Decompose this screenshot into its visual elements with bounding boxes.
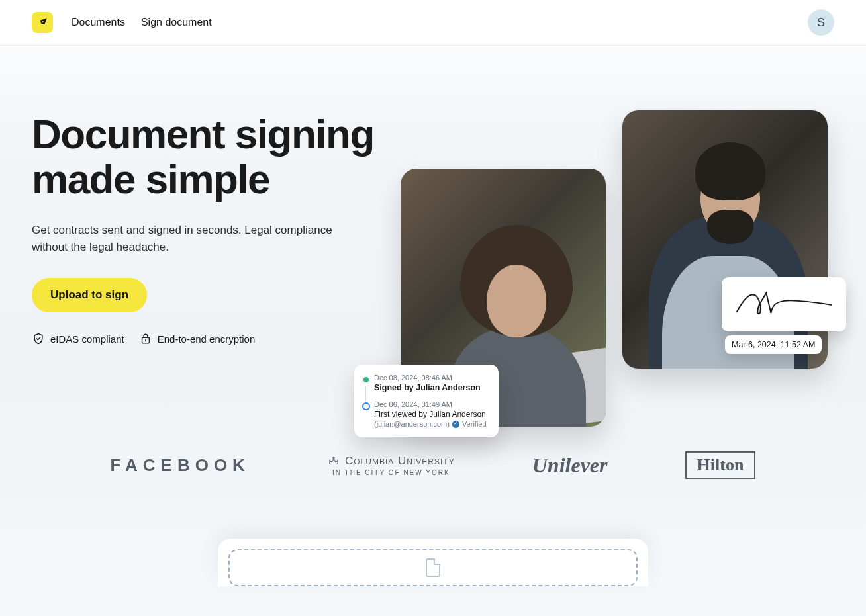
user-avatar[interactable]: S (808, 9, 834, 36)
upload-to-sign-button[interactable]: Upload to sign (32, 278, 147, 312)
upload-dropzone[interactable] (228, 549, 638, 586)
upload-dropzone-panel (218, 539, 648, 586)
trust-badges: eIDAS compliant End-to-end encryption (32, 332, 376, 345)
logo-hilton: Hilton (685, 451, 756, 479)
hero-illustration: Mar 6, 2024, 11:52 AM Dec 08, 2024, 08:4… (391, 105, 841, 476)
audit-date: Dec 08, 2024, 08:46 AM (374, 374, 488, 382)
svg-point-0 (42, 21, 44, 22)
audit-item-signed: Dec 08, 2024, 08:46 AM Signed by Julian … (374, 374, 488, 400)
audit-date: Dec 06, 2024, 01:49 AM (374, 400, 488, 408)
hero-subhead: Get contracts sent and signed in seconds… (32, 222, 350, 255)
brand-logo[interactable] (32, 12, 53, 33)
shield-check-icon (32, 332, 45, 345)
audit-email: (julian@anderson.com) (374, 420, 450, 428)
badge-encryption: End-to-end encryption (139, 332, 256, 345)
photo-barista (622, 110, 828, 369)
logo-columbia-sub: IN THE CITY OF NEW YORK (332, 469, 450, 476)
pen-nib-icon (36, 16, 49, 29)
badge-encryption-label: End-to-end encryption (158, 333, 256, 345)
nav-documents[interactable]: Documents (72, 17, 125, 28)
signature-icon (731, 285, 837, 321)
crown-icon (328, 455, 340, 467)
audit-trail-card: Dec 08, 2024, 08:46 AM Signed by Julian … (354, 365, 499, 437)
signature-timestamp: Mar 6, 2024, 11:52 AM (725, 335, 822, 354)
signature-preview-card (722, 277, 846, 331)
audit-verified-label: Verified (462, 420, 487, 428)
main-nav: Documents Sign document (72, 17, 212, 28)
header: Documents Sign document S (0, 0, 866, 46)
hero: Document signing made simple Get contrac… (0, 46, 866, 613)
hero-copy: Document signing made simple Get contrac… (32, 112, 376, 345)
logo-columbia: Columbia University IN THE CITY OF NEW Y… (328, 455, 455, 476)
document-icon (426, 558, 440, 577)
logo-unilever: Unilever (532, 453, 608, 478)
header-left: Documents Sign document (32, 12, 212, 33)
audit-meta: (julian@anderson.com) Verified (374, 420, 488, 428)
badge-eidas: eIDAS compliant (32, 332, 124, 345)
badge-eidas-label: eIDAS compliant (50, 333, 124, 345)
hero-title: Document signing made simple (32, 112, 376, 202)
verified-icon (452, 421, 459, 428)
customer-logos: FACEBOOK Columbia University IN THE CITY… (32, 451, 834, 479)
audit-title: Signed by Julian Anderson (374, 383, 488, 392)
logo-columbia-top: Columbia University (345, 455, 455, 468)
audit-item-viewed: Dec 06, 2024, 01:49 AM First viewed by J… (374, 400, 488, 428)
logo-facebook: FACEBOOK (111, 455, 250, 476)
svg-point-3 (333, 457, 334, 459)
lock-icon (139, 332, 152, 345)
audit-title: First viewed by Julian Anderson (374, 410, 488, 419)
nav-sign-document[interactable]: Sign document (141, 17, 212, 28)
photo-businesswoman (401, 169, 606, 427)
